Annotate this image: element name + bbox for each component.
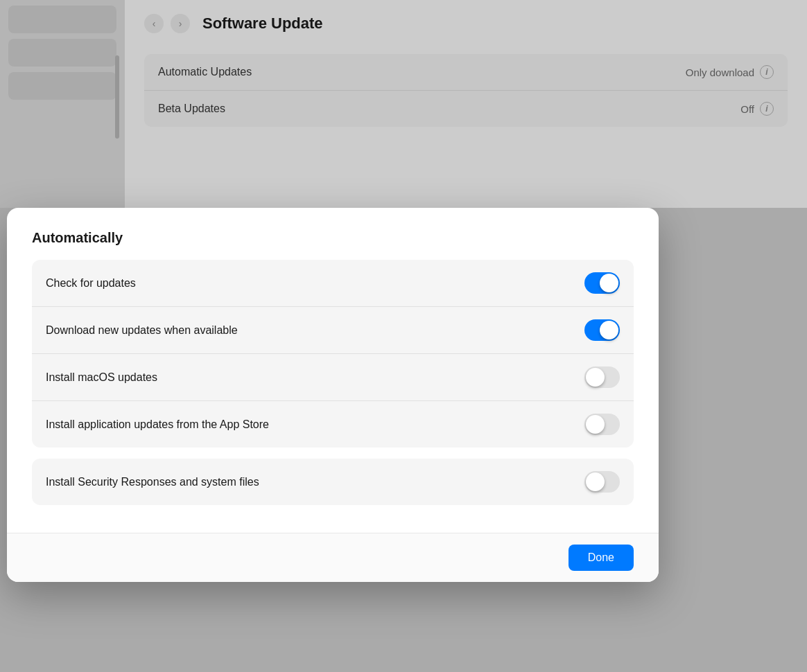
modal-dialog: Automatically Check for updates Download… [7, 208, 659, 582]
install-macos-toggle[interactable] [584, 366, 620, 388]
check-updates-label: Check for updates [46, 277, 136, 290]
install-security-label: Install Security Responses and system fi… [46, 476, 259, 488]
install-security-toggle-thumb [586, 472, 605, 491]
install-macos-label: Install macOS updates [46, 371, 157, 384]
setting-row-install-security: Install Security Responses and system fi… [32, 459, 634, 505]
install-appstore-toggle-thumb [586, 415, 605, 434]
install-security-toggle[interactable] [584, 471, 620, 493]
setting-row-download-updates: Download new updates when available [32, 307, 634, 354]
settings-group-2: Install Security Responses and system fi… [32, 459, 634, 505]
done-button[interactable]: Done [569, 545, 634, 571]
install-macos-toggle-thumb [586, 368, 605, 387]
modal-section-title: Automatically [32, 230, 634, 246]
check-updates-toggle[interactable] [584, 272, 620, 294]
install-appstore-toggle[interactable] [584, 414, 620, 435]
install-appstore-label: Install application updates from the App… [46, 418, 269, 431]
setting-row-install-appstore: Install application updates from the App… [32, 401, 634, 448]
setting-row-check-updates: Check for updates [32, 260, 634, 307]
setting-row-install-macos: Install macOS updates [32, 354, 634, 401]
modal-footer: Done [7, 533, 659, 582]
modal-body: Automatically Check for updates Download… [7, 208, 659, 533]
download-updates-toggle[interactable] [584, 319, 620, 341]
check-updates-toggle-thumb [600, 274, 618, 292]
settings-group-1: Check for updates Download new updates w… [32, 260, 634, 448]
download-updates-toggle-thumb [600, 321, 618, 339]
download-updates-label: Download new updates when available [46, 324, 238, 337]
